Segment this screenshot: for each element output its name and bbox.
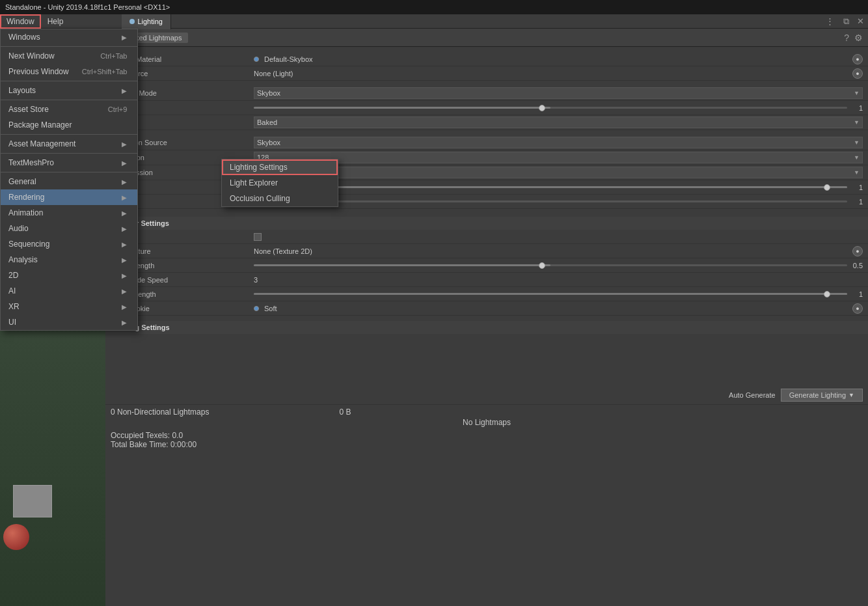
title-text: Standalone - Unity 2019.4.18f1c1 Persona… bbox=[5, 3, 170, 11]
question-icon[interactable]: ? bbox=[844, 33, 849, 43]
tab-dot bbox=[129, 19, 135, 24]
fog-row: Fog bbox=[105, 230, 868, 244]
generate-row: Auto Generate Generate Lighting ▼ bbox=[105, 386, 868, 404]
menu-entry-ui[interactable]: UI ▶ bbox=[1, 314, 137, 330]
arrow-xr: ▶ bbox=[122, 303, 127, 310]
divider2 bbox=[1, 81, 137, 81]
occupied-texels: Occupied Texels: 0.0 bbox=[111, 431, 183, 440]
menu-entry-xr[interactable]: XR ▶ bbox=[1, 299, 137, 314]
bottom-spacer bbox=[105, 334, 868, 386]
other-settings-header[interactable]: Other Settings bbox=[105, 217, 868, 230]
reflection-compression-row: Compression Auto ▼ bbox=[105, 165, 868, 180]
window-menu: Windows ▶ Next Window Ctrl+Tab Previous … bbox=[0, 29, 138, 331]
arrow-textmeshpro: ▶ bbox=[122, 159, 127, 167]
spot-cookie-row: Spot Cookie Soft ● bbox=[105, 301, 868, 316]
reflection-slider1-thumb[interactable] bbox=[824, 184, 830, 191]
flare-strength-thumb[interactable] bbox=[824, 291, 830, 297]
submenu-entry-lighting-settings[interactable]: Lighting Settings bbox=[222, 159, 338, 175]
menu-entry-textmeshpro[interactable]: TextMeshPro ▶ bbox=[1, 155, 137, 171]
halo-strength-thumb[interactable] bbox=[539, 262, 545, 269]
flare-strength-fill bbox=[254, 293, 847, 295]
fog-checkbox[interactable] bbox=[254, 233, 262, 241]
submenu-entry-light-explorer[interactable]: Light Explorer bbox=[222, 175, 338, 191]
lightmaps-count: 0 Non-Directional Lightmaps bbox=[111, 407, 209, 417]
flare-strength-track[interactable] bbox=[254, 293, 847, 295]
skybox-select-btn[interactable]: ● bbox=[852, 54, 863, 64]
gap-row4 bbox=[105, 316, 868, 321]
gap-row2 bbox=[105, 130, 868, 135]
panel-icons: ? ⚙ bbox=[844, 33, 863, 43]
reflection-slider2-row: 1 bbox=[105, 195, 868, 209]
status-row3: Total Bake Time: 0:00:00 bbox=[111, 440, 863, 449]
flare-strength-row: Flare Strength 1 bbox=[105, 287, 868, 301]
menu-entry-analysis[interactable]: Analysis ▶ bbox=[1, 252, 137, 268]
reflection-slider1-value: 1 bbox=[254, 184, 863, 191]
submenu-entry-occlusion-culling[interactable]: Occlusion Culling bbox=[222, 191, 338, 206]
ambient-slider-row: 1 bbox=[105, 101, 868, 115]
reflection-source-dropdown[interactable]: Skybox ▼ bbox=[254, 137, 863, 148]
baked-value: Baked ▼ bbox=[254, 117, 863, 128]
flare-fade-row: Flare Fade Speed 3 bbox=[105, 273, 868, 287]
reflection-slider1-track[interactable] bbox=[264, 186, 847, 188]
divider6 bbox=[1, 172, 137, 172]
ambient-slider-value: 1 bbox=[254, 104, 863, 112]
menu-entry-next-window[interactable]: Next Window Ctrl+Tab bbox=[1, 48, 137, 64]
menu-entry-windows[interactable]: Windows ▶ bbox=[1, 29, 137, 45]
skybox-material-row: Skybox Material Default-Skybox ● bbox=[105, 52, 868, 66]
restore-icon[interactable]: ⧉ bbox=[839, 16, 853, 27]
menu-entry-rendering[interactable]: Rendering ▶ bbox=[1, 189, 137, 205]
arrow-sequencing: ▶ bbox=[122, 241, 127, 248]
halo-texture-btn[interactable]: ● bbox=[852, 246, 863, 256]
ambient-slider-track[interactable] bbox=[254, 107, 847, 109]
menu-entry-general[interactable]: General ▶ bbox=[1, 174, 137, 189]
debug-settings-header[interactable]: Debug Settings bbox=[105, 321, 868, 334]
status-row2: Occupied Texels: 0.0 bbox=[111, 431, 863, 440]
ambient-mode-dropdown[interactable]: Skybox ▼ bbox=[254, 87, 863, 99]
menu-item-help[interactable]: Help bbox=[41, 14, 70, 29]
halo-strength-fill bbox=[254, 264, 550, 266]
rendering-submenu: Lighting Settings Light Explorer Occlusi… bbox=[221, 159, 338, 207]
generate-lighting-button[interactable]: Generate Lighting ▼ bbox=[781, 389, 863, 402]
sun-source-select-btn[interactable]: ● bbox=[852, 68, 863, 79]
menu-entry-previous-window[interactable]: Previous Window Ctrl+Shift+Tab bbox=[1, 64, 137, 79]
scene-cube bbox=[13, 485, 52, 517]
flare-strength-value: 1 bbox=[254, 290, 863, 298]
menu-entry-animation[interactable]: Animation ▶ bbox=[1, 205, 137, 221]
menu-bar: Window Help Lighting ⋮ ⧉ ✕ bbox=[0, 14, 868, 29]
divider4 bbox=[1, 134, 137, 135]
close-icon[interactable]: ✕ bbox=[853, 16, 868, 26]
reflection-slider2-track[interactable] bbox=[254, 200, 847, 202]
reflection-dropdown-arrow: ▼ bbox=[854, 139, 860, 146]
halo-strength-row: Halo Strength 0.5 bbox=[105, 258, 868, 273]
spot-cookie-btn[interactable]: ● bbox=[852, 303, 863, 314]
generate-dropdown-arrow[interactable]: ▼ bbox=[848, 392, 854, 398]
more-options-icon[interactable]: ⋮ bbox=[821, 16, 839, 26]
ambient-slider-thumb[interactable] bbox=[539, 105, 545, 111]
auto-generate-label: Auto Generate bbox=[729, 391, 776, 399]
fog-value bbox=[254, 233, 863, 241]
reflection-compression-value: Auto ▼ bbox=[254, 167, 863, 178]
menu-item-window[interactable]: Window bbox=[0, 14, 41, 29]
reflection-source-value: Skybox ▼ bbox=[254, 137, 863, 148]
reflection-slider2-value: 1 bbox=[254, 198, 863, 206]
reflection-resolution-row: Resolution 128 ▼ bbox=[105, 150, 868, 165]
gap-row3 bbox=[105, 209, 868, 217]
menu-entry-asset-store[interactable]: Asset Store Ctrl+9 bbox=[1, 102, 137, 117]
menu-entry-asset-management[interactable]: Asset Management ▶ bbox=[1, 136, 137, 152]
menu-entry-audio[interactable]: Audio ▶ bbox=[1, 221, 137, 236]
arrow-general: ▶ bbox=[122, 178, 127, 186]
compression-dropdown[interactable]: Auto ▼ bbox=[254, 167, 863, 178]
baked-dropdown[interactable]: Baked ▼ bbox=[254, 117, 863, 128]
menu-entry-2d[interactable]: 2D ▶ bbox=[1, 268, 137, 283]
tab-lighting[interactable]: Lighting bbox=[122, 14, 171, 29]
menu-entry-layouts[interactable]: Layouts ▶ bbox=[1, 83, 137, 98]
menu-entry-ai[interactable]: AI ▶ bbox=[1, 283, 137, 299]
status-section: 0 Non-Directional Lightmaps 0 B No Light… bbox=[105, 404, 868, 452]
arrow-rendering: ▶ bbox=[122, 194, 127, 201]
menu-entry-sequencing[interactable]: Sequencing ▶ bbox=[1, 236, 137, 252]
menu-entry-package-manager[interactable]: Package Manager bbox=[1, 117, 137, 133]
reflection-resolution-dropdown[interactable]: 128 ▼ bbox=[254, 152, 863, 163]
gap-row bbox=[105, 81, 868, 86]
halo-strength-track[interactable] bbox=[254, 264, 847, 266]
settings-icon[interactable]: ⚙ bbox=[854, 33, 863, 43]
